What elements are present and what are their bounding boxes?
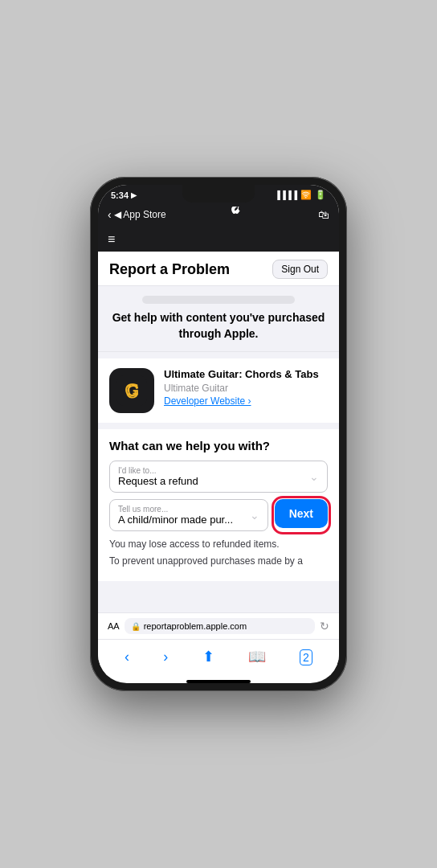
action-row: Tell us more... A child/minor made pur..… [109, 499, 328, 531]
help-type-dropdown[interactable]: I'd like to... Request a refund ⌄ [109, 461, 328, 493]
wifi-icon: 🛜 [300, 190, 312, 200]
nav-apple-logo [166, 207, 305, 223]
url-field[interactable]: 🔒 reportaproblem.apple.com [125, 618, 315, 634]
back-nav[interactable]: ‹ ◀ App Store [108, 208, 166, 221]
url-bar: AA 🔒 reportaproblem.apple.com ↻ [98, 612, 339, 639]
app-name: Ultimate Guitar: Chords & Tabs [164, 368, 328, 382]
bag-icon[interactable]: 🛍 [305, 208, 329, 221]
app-info: Ultimate Guitar: Chords & Tabs Ultimate … [164, 368, 328, 407]
toolbar: ≡ [98, 227, 339, 252]
bottom-nav: ‹ › ⬆ 📖 2 [98, 639, 339, 677]
help-title: What can we help you with? [109, 439, 328, 452]
share-icon: ⬆ [202, 649, 214, 665]
back-chevron-icon: ‹ [108, 208, 112, 221]
url-text: reportaproblem.apple.com [144, 621, 247, 631]
hero-text: Get help with content you've purchased t… [109, 310, 328, 342]
app-developer: Ultimate Guitar [164, 383, 328, 394]
bookmarks-button[interactable]: 📖 [243, 646, 271, 667]
help-section: What can we help you with? I'd like to..… [98, 429, 339, 581]
developer-website-link[interactable]: Developer Website › [164, 395, 328, 407]
dropdown1-label: I'd like to... [118, 466, 198, 475]
reason-dropdown[interactable]: Tell us more... A child/minor made pur..… [109, 499, 268, 531]
lock-icon: 🔒 [131, 622, 141, 631]
status-icons: ▐▐▐▐ 🛜 🔋 [275, 190, 326, 200]
status-time-area: 5:34 ▶ [111, 190, 137, 200]
nav-bar: ‹ ◀ App Store 🛍 [98, 203, 339, 227]
app-icon: 𝔾 [109, 368, 154, 413]
browser-forward-button[interactable]: › [158, 647, 173, 667]
warning-text-2: To prevent unapproved purchases made by … [109, 555, 328, 568]
next-button[interactable]: Next [275, 499, 328, 528]
location-icon: ▶ [131, 191, 137, 199]
menu-icon[interactable]: ≡ [108, 232, 115, 247]
time-display: 5:34 [111, 190, 129, 200]
warning-text-1: You may lose access to refunded items. [109, 538, 328, 551]
signal-icon: ▐▐▐▐ [275, 190, 297, 199]
app-section: 𝔾 Ultimate Guitar: Chords & Tabs Ultimat… [98, 358, 339, 423]
browser-back-button[interactable]: ‹ [120, 647, 134, 667]
dropdown1-value: Request a refund [118, 475, 198, 487]
reason-dropdown-content: Tell us more... A child/minor made pur..… [118, 505, 233, 526]
page-header: Report a Problem Sign Out [98, 252, 339, 286]
tabs-icon: 2 [300, 649, 312, 665]
back-label[interactable]: ◀ App Store [114, 209, 166, 220]
home-indicator [186, 680, 251, 683]
share-button[interactable]: ⬆ [198, 646, 219, 667]
tabs-button[interactable]: 2 [295, 647, 317, 667]
aa-button[interactable]: AA [108, 621, 120, 631]
notch [182, 185, 255, 203]
phone-shell: 5:34 ▶ ▐▐▐▐ 🛜 🔋 ‹ ◀ App Store 🛍 [90, 177, 347, 691]
bookmarks-icon: 📖 [248, 649, 266, 665]
dropdown1-chevron-icon: ⌄ [309, 470, 319, 483]
blurred-email [142, 296, 295, 304]
dropdown2-chevron-icon: ⌄ [250, 509, 259, 522]
sign-out-button[interactable]: Sign Out [272, 260, 328, 279]
battery-icon: 🔋 [315, 190, 326, 200]
phone-screen: 5:34 ▶ ▐▐▐▐ 🛜 🔋 ‹ ◀ App Store 🛍 [98, 185, 339, 683]
main-content: Report a Problem Sign Out Get help with … [98, 252, 339, 612]
dropdown2-value: A child/minor made pur... [118, 514, 233, 526]
reload-icon[interactable]: ↻ [320, 620, 329, 633]
hero-section: Get help with content you've purchased t… [98, 286, 339, 352]
next-button-wrapper: Next [275, 499, 328, 531]
dropdown2-label: Tell us more... [118, 505, 233, 514]
help-type-dropdown-content: I'd like to... Request a refund [118, 466, 198, 487]
page-title: Report a Problem [109, 261, 230, 278]
